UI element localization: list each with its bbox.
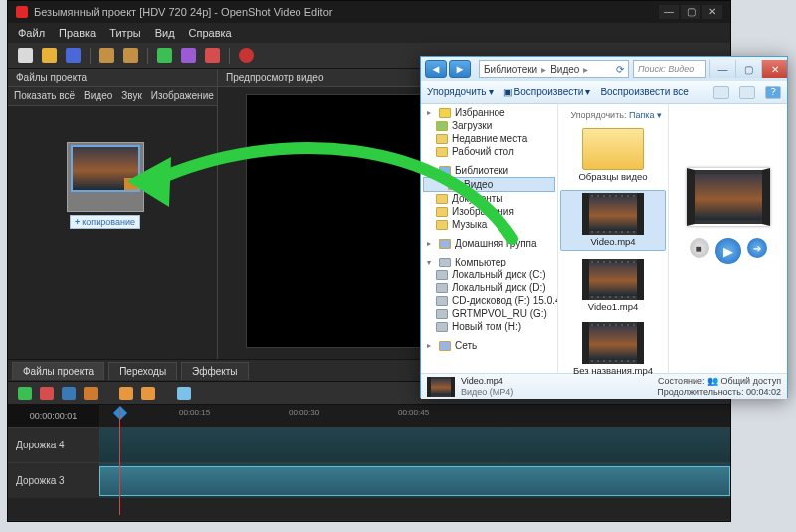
tree-desktop[interactable]: Рабочий стол: [421, 145, 557, 158]
tb-open-icon[interactable]: [42, 48, 57, 63]
nav-back-button[interactable]: ◄: [425, 60, 447, 78]
tb-import-icon[interactable]: [157, 48, 172, 63]
tl-center-icon[interactable]: [177, 387, 191, 400]
folder-icon: [436, 121, 448, 131]
track-label[interactable]: Дорожка 4: [8, 428, 100, 462]
video-thumbnail: [582, 193, 644, 235]
explorer-titlebar[interactable]: ◄ ► Библиотеки ▸ Видео ▸ ⟳ Поиск: Видео …: [421, 57, 787, 81]
help-button[interactable]: ?: [765, 86, 781, 99]
track-label[interactable]: Дорожка 3: [8, 463, 100, 498]
play-button[interactable]: ▣ Воспроизвести ▾: [503, 87, 591, 97]
tree-homegroup[interactable]: ▸Домашняя группа: [421, 237, 557, 250]
tb-separator: [147, 48, 148, 64]
filter-all[interactable]: Показать всё: [14, 90, 75, 101]
track-row: Дорожка 4: [8, 427, 730, 462]
timeline: 00:00:00:01 00:00:15 00:00:30 00:00:45 Д…: [8, 405, 730, 520]
preview-pane-button[interactable]: [739, 86, 755, 99]
explorer-min-button[interactable]: —: [709, 60, 735, 78]
tree-downloads[interactable]: Загрузки: [421, 119, 557, 132]
explorer-close-button[interactable]: ✕: [761, 60, 787, 78]
tree-grtmp[interactable]: GRTMPVOL_RU (G:): [421, 307, 557, 320]
tl-prev-marker-icon[interactable]: [119, 387, 133, 400]
file-item-video[interactable]: Video1.mp4: [560, 257, 666, 314]
tb-fullscreen-icon[interactable]: [205, 48, 220, 63]
tree-cdrom[interactable]: CD-дисковод (F:) 15.0.4420.1017: [421, 294, 557, 307]
editor-max-button[interactable]: ▢: [681, 5, 700, 19]
file-item-video[interactable]: Без названия.mp4: [560, 320, 666, 378]
playhead-line: [119, 408, 120, 515]
ruler-tick: 00:00:45: [398, 408, 429, 417]
file-list: Упорядочить: Папка ▾ Образцы видео Video…: [558, 104, 668, 373]
play-all-button[interactable]: Воспроизвести все: [600, 87, 688, 97]
tb-export-icon[interactable]: [239, 48, 254, 63]
tree-video[interactable]: Видео: [423, 177, 555, 192]
tb-save-icon[interactable]: [66, 48, 81, 63]
tab-transitions[interactable]: Переходы: [108, 362, 177, 380]
track-lane[interactable]: [100, 463, 730, 498]
explorer-max-button[interactable]: ▢: [735, 60, 761, 78]
filter-video[interactable]: Видео: [84, 90, 112, 101]
tree-documents[interactable]: Документы: [421, 192, 557, 205]
video-thumbnail: [582, 259, 644, 300]
preview-stop-button[interactable]: ■: [690, 238, 709, 258]
tl-razor-icon[interactable]: [62, 387, 76, 400]
tree-music[interactable]: Музыка: [421, 218, 557, 231]
editor-min-button[interactable]: —: [659, 5, 679, 19]
file-item-video[interactable]: Video.mp4: [560, 190, 666, 250]
filter-audio[interactable]: Звук: [121, 90, 142, 101]
tree-pictures[interactable]: Изображения: [421, 205, 557, 218]
track-lane[interactable]: [100, 428, 730, 462]
preview-next-button[interactable]: ➔: [747, 238, 767, 258]
menu-edit[interactable]: Правка: [59, 27, 96, 39]
status-thumbnail: [427, 377, 455, 397]
playhead-icon[interactable]: [113, 406, 127, 420]
menu-help[interactable]: Справка: [189, 27, 232, 39]
network-icon: [439, 341, 451, 351]
timeline-ruler[interactable]: 00:00:00:01 00:00:15 00:00:30 00:00:45: [8, 405, 730, 427]
menu-titles[interactable]: Титры: [109, 27, 140, 39]
video-thumbnail: [582, 322, 644, 364]
nav-forward-button[interactable]: ►: [449, 60, 471, 78]
preview-play-button[interactable]: ▶: [715, 238, 741, 264]
organize-button[interactable]: Упорядочить ▾: [427, 87, 494, 97]
filter-image[interactable]: Изображение: [151, 90, 214, 101]
folder-icon: [436, 134, 448, 144]
tl-add-track-icon[interactable]: [18, 387, 32, 400]
tree-drive-d[interactable]: Локальный диск (D:): [421, 281, 557, 294]
timeline-clip[interactable]: [100, 466, 730, 496]
path-root[interactable]: Библиотеки: [484, 64, 537, 75]
tree-newvol[interactable]: Новый том (H:): [421, 320, 557, 333]
tab-effects[interactable]: Эффекты: [181, 362, 248, 380]
files-filter-tabs: Показать всё Видео Звук Изображение: [8, 87, 217, 106]
menu-view[interactable]: Вид: [155, 27, 175, 39]
editor-title: Безымянный проект [HDV 720 24p] - OpenSh…: [34, 1, 332, 23]
tb-new-icon[interactable]: [18, 48, 33, 63]
editor-close-button[interactable]: ✕: [702, 5, 722, 19]
refresh-button[interactable]: ⟳: [616, 64, 624, 75]
address-bar[interactable]: Библиотеки ▸ Видео ▸ ⟳: [479, 60, 629, 78]
tab-project-files[interactable]: Файлы проекта: [12, 362, 104, 380]
tb-profile-icon[interactable]: [181, 48, 196, 63]
explorer-window: ◄ ► Библиотеки ▸ Видео ▸ ⟳ Поиск: Видео …: [420, 56, 788, 398]
tb-undo-icon[interactable]: [100, 48, 114, 63]
tl-marker-icon[interactable]: [84, 387, 98, 400]
folder-icon: [436, 220, 448, 230]
tree-drive-c[interactable]: Локальный диск (C:): [421, 268, 557, 281]
file-item-folder[interactable]: Образцы видео: [560, 126, 666, 184]
tree-libraries[interactable]: ▾Библиотеки: [421, 164, 557, 177]
path-separator-icon: ▸: [541, 64, 546, 75]
view-mode-button[interactable]: [713, 86, 729, 99]
tree-favorites[interactable]: ▸Избранное: [421, 106, 557, 119]
tl-snap-icon[interactable]: [40, 387, 54, 400]
project-files-title: Файлы проекта: [8, 69, 217, 87]
menu-file[interactable]: Файл: [18, 27, 45, 39]
tree-computer[interactable]: ▾Компьютер: [421, 256, 557, 268]
sort-control[interactable]: Упорядочить: Папка ▾: [560, 108, 666, 126]
tree-recent[interactable]: Недавние места: [421, 132, 557, 145]
path-folder[interactable]: Видео: [550, 64, 579, 75]
tree-network[interactable]: ▸Сеть: [421, 339, 557, 352]
tb-redo-icon[interactable]: [123, 48, 138, 63]
search-input[interactable]: Поиск: Видео: [633, 60, 706, 78]
tl-next-marker-icon[interactable]: [141, 387, 155, 400]
drag-tooltip: +копирование: [70, 215, 140, 229]
